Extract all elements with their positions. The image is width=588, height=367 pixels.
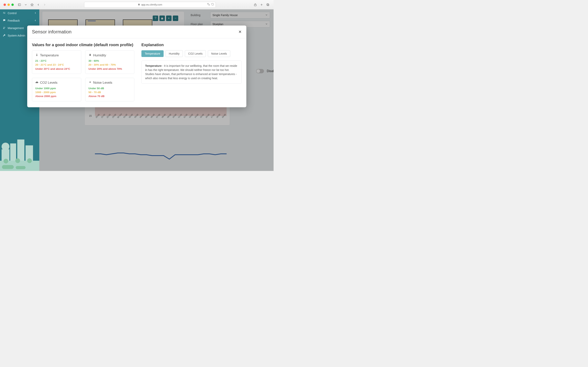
svg-rect-15 <box>10 143 16 161</box>
chevron-down-icon[interactable] <box>24 3 28 7</box>
tabs-overview-icon[interactable] <box>266 3 270 7</box>
tab-humidity[interactable]: Humidity <box>166 50 183 57</box>
browser-toolbar: app.eu.climify.com <box>0 0 274 9</box>
svg-point-22 <box>27 158 32 163</box>
lock-icon <box>138 3 140 6</box>
sliders-icon <box>3 11 6 15</box>
tab-noise-levels[interactable]: Noise Levels <box>208 50 230 57</box>
svg-rect-3 <box>254 4 256 6</box>
svg-marker-2 <box>31 3 33 6</box>
reload-icon[interactable] <box>211 3 214 6</box>
explanation-tabs: TemperatureHumidityCO2 LevelsNoise Level… <box>142 50 242 57</box>
wrench-icon <box>3 34 6 37</box>
svg-rect-23 <box>2 165 14 169</box>
svg-point-21 <box>15 158 20 163</box>
cloud-icon <box>35 81 39 85</box>
tab-temperature[interactable]: Temperature <box>142 50 164 57</box>
svg-rect-16 <box>17 140 24 161</box>
explanation-label: Temperature <box>145 64 162 67</box>
window-controls <box>4 4 14 6</box>
users-icon <box>3 26 6 30</box>
address-bar[interactable]: app.eu.climify.com <box>84 2 216 8</box>
svg-point-18 <box>1 143 9 150</box>
svg-rect-6 <box>267 4 269 6</box>
value-card-noise: Noise Levels Under 50 dB 50 - 70 dB Abov… <box>85 78 134 101</box>
chevron-left-icon <box>34 19 37 22</box>
sidebar-item-label: Management <box>8 26 24 30</box>
back-icon[interactable] <box>36 3 41 7</box>
explanation-heading: Explanation <box>142 43 242 47</box>
svg-point-20 <box>4 159 8 163</box>
sensor-info-modal: Sensor information ✕ Values for a good i… <box>27 25 246 107</box>
chevron-left-icon <box>34 12 37 15</box>
minimize-window-icon[interactable] <box>8 4 10 6</box>
url-host: app.eu.climify.com <box>141 3 162 6</box>
comment-icon <box>3 19 6 22</box>
city-illustration <box>0 126 39 171</box>
sidebar-item-label: Control <box>8 12 17 15</box>
maximize-window-icon[interactable] <box>11 4 14 6</box>
new-tab-icon[interactable] <box>260 3 264 7</box>
sidebar-item-control[interactable]: Control <box>0 9 39 17</box>
microphone-icon <box>88 81 92 85</box>
star-icon[interactable] <box>30 3 34 7</box>
thermometer-icon <box>35 53 39 57</box>
sidebar-item-label: System Admin <box>8 34 25 37</box>
values-heading: Values for a good indoor climate (defaul… <box>32 43 134 47</box>
value-card-co2: CO2 Levels Under 1000 ppm 1000 - 2000 pp… <box>32 78 81 101</box>
close-icon[interactable]: ✕ <box>238 29 242 34</box>
svg-rect-11 <box>3 13 5 13</box>
svg-rect-24 <box>16 166 25 169</box>
droplet-icon <box>88 53 92 57</box>
value-card-humidity: Humidity 30 - 60% 20 - 30% and 60 - 70% … <box>85 50 134 74</box>
sidebar-item-label: Feedback <box>8 19 20 22</box>
share-icon[interactable] <box>253 3 257 7</box>
explanation-box: Temperature - It is important for our we… <box>142 60 242 84</box>
value-card-temperature: Temperature 21 - 23°C 20 - 21°C and 23 -… <box>32 50 81 74</box>
sidebar-toggle-icon[interactable] <box>17 3 22 7</box>
forward-icon <box>42 3 47 7</box>
svg-rect-0 <box>18 4 21 6</box>
svg-rect-7 <box>267 4 269 5</box>
translate-icon[interactable] <box>207 3 210 7</box>
modal-title: Sensor information <box>32 29 72 34</box>
svg-point-13 <box>5 27 5 27</box>
tab-co2-levels[interactable]: CO2 Levels <box>185 50 206 57</box>
close-window-icon[interactable] <box>4 4 6 6</box>
svg-point-12 <box>4 27 4 28</box>
sidebar-item-feedback[interactable]: Feedback <box>0 17 39 24</box>
svg-rect-9 <box>3 12 5 12</box>
